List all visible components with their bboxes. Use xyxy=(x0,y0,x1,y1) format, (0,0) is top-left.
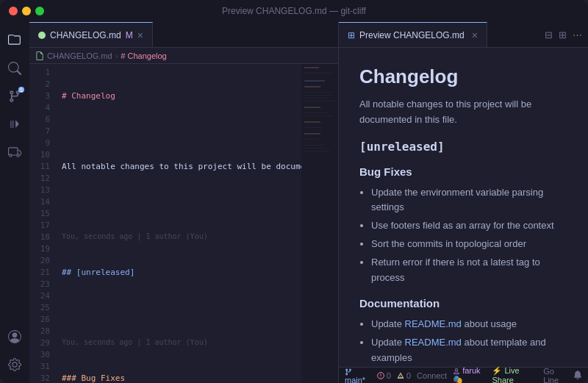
preview-action-more[interactable]: ⋯ xyxy=(573,29,582,40)
code-meta-1: You, seconds ago | 1 author (You) xyxy=(62,232,295,243)
svg-rect-11 xyxy=(304,121,320,123)
svg-rect-9 xyxy=(304,112,328,113)
status-bar-right: Go Line xyxy=(543,367,582,384)
close-button[interactable] xyxy=(9,7,18,15)
code-editor[interactable]: 1 2 3 4 6 7 9 10 11 12 13 14 15 17 18 19… xyxy=(29,64,338,383)
status-errors: 0 xyxy=(377,371,391,380)
code-line-1: # Changelog xyxy=(62,90,295,102)
breadcrumb: CHANGELOG.md › # Changelog xyxy=(29,48,338,64)
preview-action-expand[interactable]: ⊞ xyxy=(559,29,567,40)
readme-link-2[interactable]: README.md xyxy=(405,337,462,348)
list-item: Update README.md about usage xyxy=(371,317,567,332)
activity-source-control[interactable]: 1 xyxy=(2,84,27,109)
editor-tab-bar: CHANGELOG.md M × xyxy=(29,22,338,48)
preview-panel: ⊞ Preview CHANGELOG.md × ⊟ ⊞ ⋯ Changelog… xyxy=(338,22,588,383)
preview-bugfixes-title: Bug Fixes xyxy=(359,165,567,178)
status-user: faruk 🎭 xyxy=(453,366,486,383)
editor-tab[interactable]: CHANGELOG.md M × xyxy=(29,22,153,47)
svg-rect-16 xyxy=(304,148,328,148)
svg-rect-17 xyxy=(304,151,330,151)
activity-search[interactable] xyxy=(2,56,27,81)
preview-title: Changelog xyxy=(359,65,567,88)
svg-point-20 xyxy=(380,376,381,377)
editor-area: CHANGELOG.md M × CHANGELOG.md › # Change… xyxy=(29,22,338,383)
svg-rect-3 xyxy=(304,86,320,87)
svg-rect-8 xyxy=(304,107,320,108)
branch-name: main* xyxy=(345,376,365,383)
line-numbers: 1 2 3 4 6 7 9 10 11 12 13 14 15 17 18 19… xyxy=(29,64,56,383)
preview-docs-title: Documentation xyxy=(359,297,567,309)
status-live-share[interactable]: ⚡ Live Share xyxy=(492,366,534,383)
activity-settings[interactable] xyxy=(2,352,27,377)
svg-rect-12 xyxy=(304,127,323,128)
svg-rect-14 xyxy=(304,139,318,140)
list-item: Update the environment variable parsing … xyxy=(371,185,567,216)
preview-tab-close[interactable]: × xyxy=(472,29,478,41)
maximize-button[interactable] xyxy=(35,7,44,15)
list-item: Update README.md about template and exam… xyxy=(371,335,567,366)
code-line-2 xyxy=(62,126,295,137)
minimap[interactable] xyxy=(301,64,338,383)
breadcrumb-file-icon xyxy=(35,51,44,60)
svg-rect-10 xyxy=(304,115,332,116)
list-item: Sort the commits in topological order xyxy=(371,237,567,252)
activity-account[interactable] xyxy=(2,324,27,349)
svg-rect-1 xyxy=(304,73,334,74)
preview-bugfixes-list: Update the environment variable parsing … xyxy=(371,185,567,286)
code-line-4 xyxy=(62,196,295,208)
readme-link-1[interactable]: README.md xyxy=(405,318,462,329)
tab-modified: M xyxy=(126,30,133,40)
breadcrumb-separator: › xyxy=(115,51,118,60)
preview-tab-bar: ⊞ Preview CHANGELOG.md × ⊟ ⊞ ⋯ xyxy=(339,22,588,48)
status-bar-left: main* 0 0 Connect faruk 🎭 ⚡ Live Share xyxy=(345,366,534,383)
status-bar: main* 0 0 Connect faruk 🎭 ⚡ Live Share xyxy=(339,367,588,383)
code-meta-2: You, seconds ago | 1 author (You) xyxy=(62,337,295,349)
breadcrumb-filename: CHANGELOG.md xyxy=(47,51,112,60)
code-line-3: All notable changes to this project will… xyxy=(62,161,295,173)
window-title: Preview CHANGELOG.md — git-cliff xyxy=(222,6,366,16)
svg-rect-2 xyxy=(304,80,325,82)
minimize-button[interactable] xyxy=(22,7,31,15)
preview-action-split[interactable]: ⊟ xyxy=(545,29,553,40)
list-item: Return error if there is not a latest ta… xyxy=(371,255,567,286)
code-content[interactable]: # Changelog All notable changes to this … xyxy=(56,64,301,383)
status-notifications[interactable] xyxy=(573,371,582,381)
tab-file-icon xyxy=(38,32,46,39)
main-layout: 1 CHANGELOG.md M × xyxy=(0,22,588,383)
preview-tab[interactable]: ⊞ Preview CHANGELOG.md × xyxy=(339,22,487,47)
source-control-badge: 1 xyxy=(18,87,24,93)
tab-filename: CHANGELOG.md xyxy=(50,30,121,40)
svg-rect-7 xyxy=(304,101,335,101)
code-line-7 xyxy=(62,302,295,314)
activity-extensions[interactable] xyxy=(2,140,27,165)
svg-rect-4 xyxy=(304,92,332,93)
git-branch: main* xyxy=(345,366,371,383)
preview-tab-icon: ⊞ xyxy=(348,30,355,40)
code-line-9: ### Bug Fixes xyxy=(62,373,295,383)
warning-count: 0 xyxy=(406,371,411,380)
titlebar: Preview CHANGELOG.md — git-cliff xyxy=(0,0,588,22)
activity-bar: 1 xyxy=(0,22,29,383)
preview-actions: ⊟ ⊞ ⋯ xyxy=(545,22,588,47)
svg-rect-6 xyxy=(304,98,326,99)
breadcrumb-section: # Changelog xyxy=(121,51,166,60)
preview-unreleased: [unreleased] xyxy=(359,140,567,154)
traffic-lights xyxy=(9,7,44,15)
svg-rect-13 xyxy=(304,133,320,135)
code-line-6: ## [unreleased] xyxy=(62,267,295,279)
tab-close-button[interactable]: × xyxy=(137,29,143,41)
preview-intro: All notable changes to this project will… xyxy=(359,97,567,128)
activity-explorer[interactable] xyxy=(2,28,27,53)
preview-content[interactable]: Changelog All notable changes to this pr… xyxy=(339,48,588,367)
svg-rect-15 xyxy=(304,145,325,146)
svg-rect-5 xyxy=(304,95,330,96)
activity-run[interactable] xyxy=(2,112,27,137)
svg-rect-0 xyxy=(304,67,319,68)
preview-tab-label: Preview CHANGELOG.md xyxy=(359,30,465,40)
preview-docs-list: Update README.md about usage Update READ… xyxy=(371,317,567,365)
status-connect[interactable]: Connect xyxy=(417,371,447,380)
status-warnings: 0 xyxy=(397,371,411,380)
list-item: Use footers field as an array for the co… xyxy=(371,218,567,234)
error-count: 0 xyxy=(387,371,391,380)
status-go-line[interactable]: Go Line xyxy=(543,367,567,384)
